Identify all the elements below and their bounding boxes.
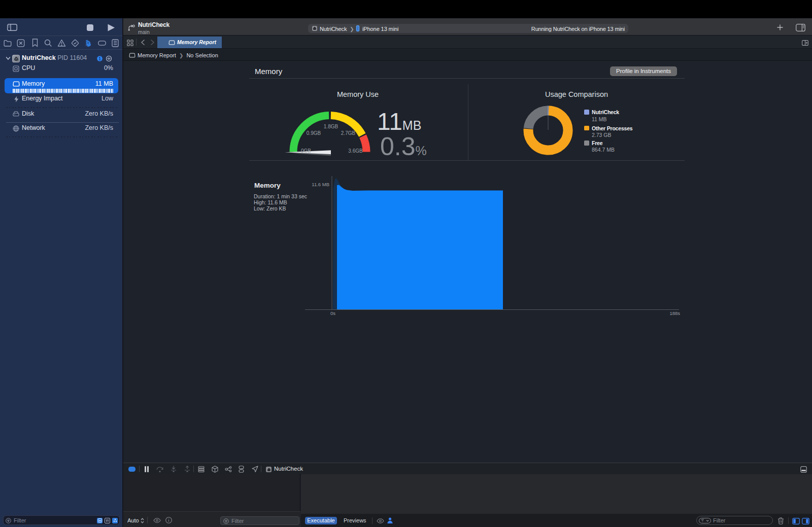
svg-text:3.6GB: 3.6GB	[348, 148, 363, 154]
svg-text:1.8GB: 1.8GB	[324, 124, 339, 129]
svg-text:0.9GB: 0.9GB	[307, 130, 321, 136]
svg-text:188s: 188s	[669, 310, 680, 316]
svg-text:0s: 0s	[330, 310, 335, 316]
svg-text:0GB: 0GB	[301, 148, 311, 154]
svg-text:2.7GB: 2.7GB	[341, 130, 356, 136]
svg-text:11.6 MB: 11.6 MB	[312, 182, 329, 187]
